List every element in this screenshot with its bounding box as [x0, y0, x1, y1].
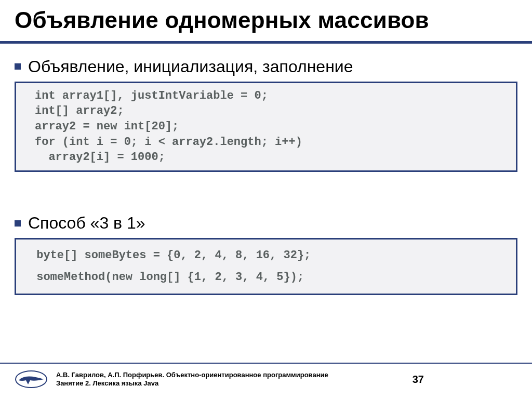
- title-area: Объявление одномерных массивов: [0, 0, 532, 37]
- bullet-square-icon: [15, 220, 21, 227]
- slide: Объявление одномерных массивов Объявлени…: [0, 0, 532, 399]
- footer-rule: [0, 363, 532, 364]
- bullet-item: Объявление, инициализация, заполнение: [15, 57, 517, 76]
- footer-line-2: Занятие 2. Лексика языка Java: [56, 379, 404, 388]
- footer-row: А.В. Гаврилов, А.П. Порфирьев. Объектно-…: [0, 369, 532, 399]
- code-block-2: byte[] someBytes = {0, 2, 4, 8, 16, 32};…: [15, 238, 517, 295]
- slide-title: Объявление одномерных массивов: [15, 7, 517, 34]
- code-block-1: int array1[], justIntVariable = 0; int[]…: [15, 82, 517, 172]
- content-area: Объявление, инициализация, заполнение in…: [0, 44, 532, 399]
- footer-text: А.В. Гаврилов, А.П. Порфирьев. Объектно-…: [56, 371, 404, 388]
- bullet-item: Способ «3 в 1»: [15, 214, 517, 233]
- footer: А.В. Гаврилов, А.П. Порфирьев. Объектно-…: [0, 363, 532, 399]
- footer-line-1: А.В. Гаврилов, А.П. Порфирьев. Объектно-…: [56, 371, 404, 379]
- bullet-square-icon: [15, 63, 21, 70]
- bullet-text: Объявление, инициализация, заполнение: [28, 57, 353, 76]
- spacer: [15, 172, 517, 209]
- logo-icon: [15, 369, 48, 390]
- page-number: 37: [413, 374, 517, 385]
- bullet-text: Способ «3 в 1»: [28, 214, 145, 233]
